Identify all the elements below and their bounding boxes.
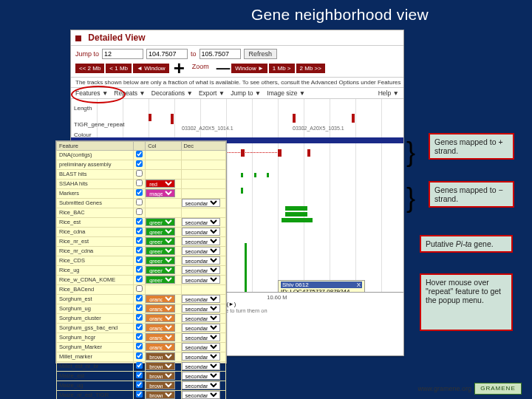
decoration-select[interactable]: secondary [182,381,220,389]
gene-plus-strand[interactable] [352,114,355,123]
chr-input[interactable] [102,49,143,59]
color-select[interactable]: green1 [146,218,175,226]
color-select[interactable]: orange [146,304,175,313]
color-select[interactable]: orange [146,333,175,341]
feature-toggle-checkbox[interactable] [136,276,143,282]
feature-toggle-checkbox[interactable] [136,381,143,388]
zoom-out-icon[interactable]: ─ [216,62,227,74]
pi-ta-gene[interactable] [285,206,307,211]
feature-toggle-checkbox[interactable] [136,372,143,378]
color-select[interactable]: green1 [146,237,175,245]
color-select[interactable]: magenta [146,189,175,197]
pi-ta-gene[interactable] [282,218,313,222]
gene-minus-strand[interactable] [307,149,310,157]
feature-toggle-checkbox[interactable] [136,304,143,311]
est-hit[interactable] [241,188,243,194]
color-select[interactable]: orange [146,343,175,351]
pan-left-1mb-button[interactable]: < 1 Mb [106,64,132,73]
feature-toggle-checkbox[interactable] [136,237,143,244]
decoration-select[interactable]: secondary [182,256,220,265]
gene-minus-strand[interactable] [241,149,245,157]
decoration-select[interactable]: secondary [182,343,220,351]
decoration-select[interactable]: secondary [182,362,220,370]
feature-toggle-checkbox[interactable] [136,218,143,225]
jumpto-menu[interactable]: Jump to ▼ [231,89,261,97]
tooltip-close-icon[interactable]: X [357,282,361,288]
zoom-in-icon[interactable]: + [174,62,185,74]
color-select[interactable]: red [146,180,175,188]
pan-left-2mb-button[interactable]: << 2 Mb [75,64,104,73]
decoration-select[interactable]: secondary [182,324,220,332]
feature-toggle-checkbox[interactable] [136,170,143,177]
pan-right-window-button[interactable]: Window ► [231,64,267,73]
feature-toggle-checkbox[interactable] [136,228,143,234]
gene-plus-strand[interactable] [171,114,174,124]
est-hit[interactable] [241,173,243,177]
decoration-select[interactable]: secondary [182,314,220,322]
decoration-select[interactable]: secondary [182,228,220,236]
color-select[interactable]: brown1 [146,391,175,399]
decoration-select[interactable]: secondary [182,352,220,361]
feature-toggle-checkbox[interactable] [136,266,143,273]
feature-toggle-checkbox[interactable] [136,180,143,186]
feature-table: Feature Col Dec DNA(contigs)preliminary … [56,141,226,399]
decoration-select[interactable]: secondary [182,295,220,303]
est-hit[interactable] [267,173,269,177]
export-menu[interactable]: Export ▼ [199,89,225,97]
collapse-icon[interactable] [75,35,81,41]
feature-toggle-checkbox[interactable] [136,295,143,301]
feature-toggle-checkbox[interactable] [136,352,143,359]
gene-plus-strand[interactable] [293,114,296,123]
feature-toggle-checkbox[interactable] [136,208,143,215]
pi-ta-gene[interactable] [285,212,307,216]
decoration-select[interactable]: secondary [182,199,220,207]
feature-toggle-checkbox[interactable] [136,391,143,398]
feature-toggle-checkbox[interactable] [136,285,143,292]
decoration-select[interactable]: secondary [182,237,220,245]
feature-toggle-checkbox[interactable] [136,256,143,263]
color-select[interactable]: orange [146,314,175,322]
decoration-select[interactable]: secondary [182,266,220,274]
decoration-select[interactable]: secondary [182,304,220,313]
color-select[interactable]: orange [146,324,175,332]
imagesize-menu[interactable]: Image size ▼ [267,89,305,97]
decoration-select[interactable]: secondary [182,247,220,255]
gene-plus-strand[interactable] [149,114,151,121]
color-select[interactable]: green1 [146,228,175,236]
color-select[interactable]: orange [146,295,175,303]
gene-minus-strand[interactable] [278,149,282,157]
decoration-select[interactable]: secondary [182,391,220,399]
refresh-button[interactable]: Refresh [244,49,278,59]
feature-toggle-checkbox[interactable] [136,199,143,205]
est-hit[interactable] [254,173,256,177]
color-select[interactable]: brown1 [146,362,175,370]
feature-toggle-checkbox[interactable] [136,343,143,349]
color-select[interactable]: green1 [146,266,175,274]
gramene-logo[interactable]: GRAMENE [474,383,522,395]
feature-toggle-checkbox[interactable] [136,189,143,196]
help-menu[interactable]: Help ▼ [378,89,399,97]
color-select[interactable]: green1 [146,247,175,255]
decoration-select[interactable]: secondary [182,276,220,284]
decorations-menu[interactable]: Decorations ▼ [151,89,193,97]
marker-tick[interactable] [245,243,247,295]
feature-toggle-checkbox[interactable] [136,333,143,340]
feature-toggle-checkbox[interactable] [136,362,143,369]
color-select[interactable]: brown1 [146,381,175,389]
decoration-select[interactable]: secondary [182,218,220,226]
feature-toggle-checkbox[interactable] [136,324,143,330]
pan-right-1mb-button[interactable]: 1 Mb > [269,64,295,73]
feature-toggle-checkbox[interactable] [136,314,143,321]
color-select[interactable]: brown1 [146,372,175,380]
pan-right-2mb-button[interactable]: 2 Mb >> [296,64,325,73]
color-select[interactable]: green1 [146,256,175,265]
feature-toggle-checkbox[interactable] [136,151,143,157]
color-select[interactable]: brown1 [146,352,175,361]
decoration-select[interactable]: secondary [182,372,220,380]
color-select[interactable]: green1 [146,276,175,284]
feature-toggle-checkbox[interactable] [136,247,143,253]
decoration-select[interactable]: secondary [182,333,220,341]
feature-toggle-checkbox[interactable] [136,160,143,167]
footer-url[interactable]: www.gramene.org [417,385,471,392]
pan-left-window-button[interactable]: ◄ Window [133,64,169,73]
